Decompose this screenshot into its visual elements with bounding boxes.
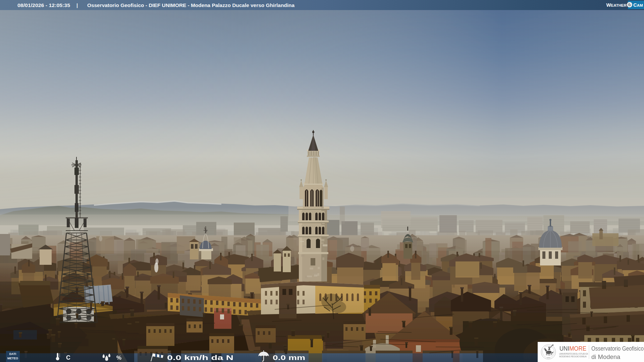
- svg-text:1175: 1175: [547, 357, 550, 359]
- svg-text:08/01/2026 - 12:05:35: 08/01/2026 - 12:05:35: [17, 3, 70, 8]
- svg-text:0.0 km/h da N: 0.0 km/h da N: [167, 354, 233, 361]
- svg-text:DATI: DATI: [9, 352, 16, 356]
- svg-text:MODENA E REGGIO EMILIA: MODENA E REGGIO EMILIA: [559, 355, 587, 358]
- svg-text:C: C: [66, 354, 70, 361]
- svg-text:UNIVERSITÀ DEGLI STUDI DI: UNIVERSITÀ DEGLI STUDI DI: [559, 352, 588, 355]
- svg-text:di Modena: di Modena: [591, 353, 621, 360]
- svg-text:0.0 mm: 0.0 mm: [273, 354, 305, 361]
- svg-text:|: |: [76, 3, 78, 8]
- svg-text:METEO: METEO: [7, 357, 18, 360]
- svg-text:Osservatorio Geofisico: Osservatorio Geofisico: [591, 345, 644, 352]
- svg-text:UNIMORE: UNIMORE: [559, 345, 586, 352]
- svg-text:%: %: [116, 355, 121, 361]
- svg-text:Osservatorio Geofisico - DIEF: Osservatorio Geofisico - DIEF UNIMORE - …: [87, 3, 295, 8]
